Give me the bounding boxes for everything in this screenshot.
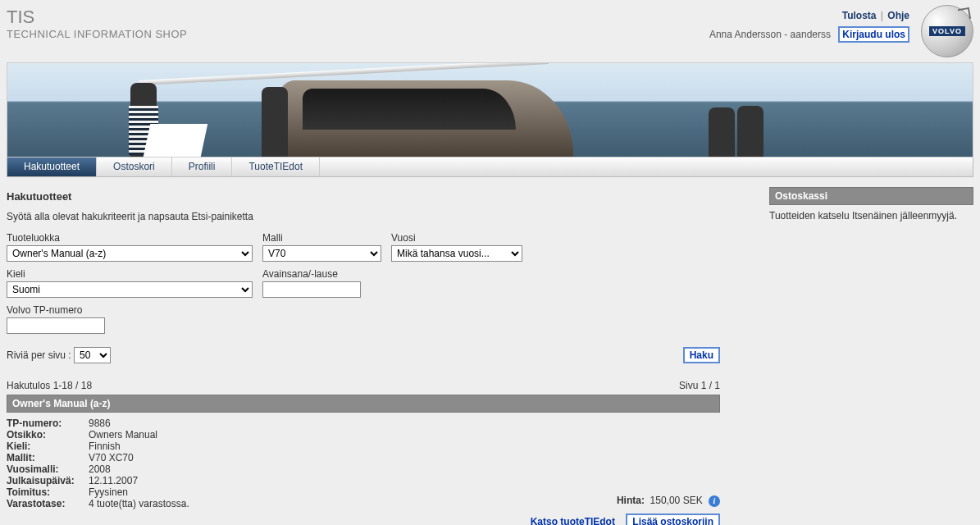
label-tp: TP-numero: [7,418,89,429]
rows-per-page-label: Riviä per sivu : [7,349,71,361]
header: TIS TECHNICAL INFORMATION SHOP Tulosta |… [0,0,980,62]
year-select[interactable]: Mikä tahansa vuosi... [391,245,522,262]
value-price: 150,00 SEK [650,495,703,506]
label-stock: Varastotase: [7,498,89,509]
cart-note: Tuotteiden katselu Itsenäinen jälleenmyy… [769,210,973,221]
rows-per-page-select[interactable]: 50 [74,347,111,363]
tab-cart[interactable]: Ostoskori [97,158,172,176]
keyword-input[interactable] [262,281,361,298]
category-label: Tuoteluokka [7,232,253,244]
result-group-header: Owner's Manual (a-z) [7,395,720,413]
hero-banner [7,62,973,158]
model-select[interactable]: V70 [262,245,381,262]
result-summary: Hakutulos 1-18 / 18 [7,380,92,391]
language-label: Kieli [7,268,253,280]
logout-button[interactable]: Kirjaudu ulos [838,26,909,43]
tab-profile[interactable]: Profiili [172,158,233,176]
value-stock: 4 tuote(tta) varastossa. [89,498,189,509]
category-select[interactable]: Owner's Manual (a-z) [7,245,253,262]
value-pub: 12.11.2007 [89,475,138,486]
add-to-cart-button[interactable]: Lisää ostoskoriin [626,514,720,525]
user-display: Anna Andersson - aanderss [709,29,831,40]
separator: | [881,10,883,21]
label-price: Hinta: [617,495,645,506]
search-button[interactable]: Haku [683,347,720,363]
tp-number-label: Volvo TP-numero [7,304,720,316]
label-title: Otsikko: [7,429,89,441]
value-models: V70 XC70 [89,452,134,463]
main-tabs: Hakutuotteet Ostoskori Profiili TuoteTIE… [7,158,973,177]
label-pub: Julkaisupäivä: [7,475,89,486]
keyword-label: Avainsana/-lause [262,268,361,280]
value-title: Owners Manual [89,429,157,441]
language-select[interactable]: Suomi [7,281,253,298]
value-tp: 9886 [89,418,111,429]
cart-header: Ostoskassi [769,187,973,205]
side-panel: Ostoskassi Tuotteiden katselu Itsenäinen… [769,187,973,525]
value-lang: Finnish [89,441,121,452]
label-year: Vuosimalli: [7,463,89,475]
value-year: 2008 [89,463,111,475]
print-link[interactable]: Tulosta [842,10,877,21]
help-link[interactable]: Ohje [887,10,909,21]
page-info: Sivu 1 / 1 [679,380,720,391]
logo-text: VOLVO [929,26,965,36]
year-label: Vuosi [391,232,522,244]
model-label: Malli [262,232,381,244]
info-icon[interactable]: i [709,495,720,507]
label-delivery: Toimitus: [7,486,89,498]
label-lang: Kieli: [7,441,89,452]
tab-search-products[interactable]: Hakutuotteet [7,158,97,176]
filter-form: Tuoteluokka Owner's Manual (a-z) Malli V… [7,232,720,334]
page-title: Hakutuotteet [7,190,720,203]
tab-product-info[interactable]: TuoteTIEdot [232,158,320,176]
page-subtitle: Syötä alla olevat hakukriteerit ja napsa… [7,211,720,222]
value-delivery: Fyysinen [89,486,128,498]
brand-logo: VOLVO [921,5,973,57]
label-models: Mallit: [7,452,89,463]
main-panel: Hakutuotteet Syötä alla olevat hakukrite… [7,187,720,525]
view-product-info-link[interactable]: Katso tuoteTIEdot [531,516,615,525]
result-item: TP-numero:9886 Otsikko:Owners Manual Kie… [7,418,720,525]
tp-number-input[interactable] [7,317,105,334]
